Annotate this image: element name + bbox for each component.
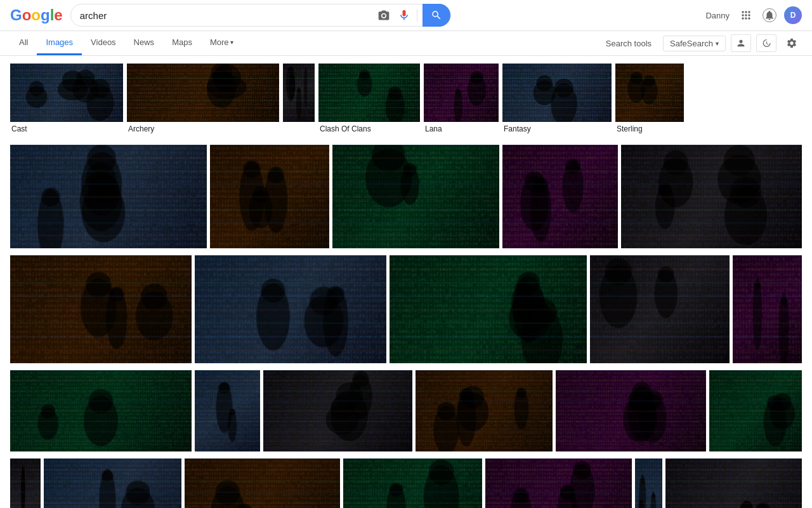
grid-item[interactable]: [485, 458, 632, 508]
archery-label: Archery: [127, 122, 279, 135]
grid-item[interactable]: [210, 145, 329, 248]
grid-item[interactable]: [10, 255, 192, 363]
search-submit-button[interactable]: [422, 4, 450, 27]
grid-item[interactable]: [635, 458, 662, 508]
logo-o2: o: [31, 6, 41, 24]
search-bar: [70, 4, 451, 27]
grid-item[interactable]: [733, 255, 802, 363]
grid-image: [332, 145, 499, 248]
grid-item[interactable]: [332, 145, 499, 248]
cast-thumb: [10, 64, 123, 122]
user-name-label: Danny: [705, 11, 730, 20]
search-input[interactable]: [80, 10, 376, 21]
grid-item[interactable]: [416, 370, 552, 451]
grid-image: [44, 458, 181, 508]
image-grid-row2: [10, 255, 802, 367]
grid-item[interactable]: [343, 458, 482, 508]
tab-images[interactable]: Images: [37, 31, 82, 55]
grid-image: [733, 255, 802, 363]
apps-grid-button[interactable]: [737, 6, 755, 24]
sterling-thumb: [615, 64, 684, 122]
grid-image: [390, 255, 586, 363]
grid-item[interactable]: [621, 145, 802, 248]
archery-thumb: [127, 64, 279, 122]
grid-image: [485, 458, 632, 508]
clash-label: Clash Of Clans: [318, 122, 420, 135]
grid-image: [621, 145, 802, 248]
tab-maps[interactable]: Maps: [163, 31, 201, 55]
grid-image: [709, 370, 802, 451]
grid-image: [10, 370, 192, 451]
labeled-item-cast[interactable]: Cast: [10, 64, 123, 135]
grid-item[interactable]: [10, 370, 192, 451]
clash-thumb: [318, 64, 420, 122]
lana-thumb: [424, 64, 499, 122]
labeled-images-row: Cast Archery Clash Of Clans: [10, 64, 802, 135]
search-icons: [376, 8, 412, 23]
grid-image: [263, 370, 412, 451]
grid-image: [343, 458, 482, 508]
logo-e: e: [54, 6, 62, 24]
logo-g2: g: [41, 6, 50, 24]
settings-button[interactable]: [782, 33, 802, 53]
navigation-tabs: All Images Videos News Maps More ▾ Searc…: [0, 31, 812, 56]
grid-item[interactable]: [10, 458, 41, 508]
search-tools-button[interactable]: Search tools: [599, 35, 658, 52]
lana-image: [424, 64, 499, 122]
grid-item[interactable]: [185, 458, 340, 508]
labeled-item-fantasy[interactable]: Fantasy: [502, 64, 612, 135]
sterling-label: Sterling: [615, 122, 684, 135]
logo-o1: o: [22, 6, 32, 24]
tab-all[interactable]: All: [10, 31, 37, 55]
logo-g: G: [10, 6, 22, 24]
person-button[interactable]: [731, 34, 751, 52]
sterling-image: [615, 64, 684, 122]
grid-item[interactable]: [502, 145, 618, 248]
grid-item[interactable]: [665, 458, 802, 508]
labeled-item-sterling[interactable]: Sterling: [615, 64, 684, 135]
grid-item[interactable]: [44, 458, 181, 508]
grid-item[interactable]: [195, 370, 260, 451]
more-caret-icon: ▾: [230, 39, 233, 46]
history-button[interactable]: [756, 34, 776, 52]
grid-image: [590, 255, 730, 363]
grid-image: [502, 145, 618, 248]
grid-image: [195, 255, 386, 363]
small-image: [283, 64, 315, 122]
grid-item[interactable]: [709, 370, 802, 451]
grid-image: [210, 145, 329, 248]
fantasy-thumb: [502, 64, 612, 122]
labeled-item-lana[interactable]: Lana: [424, 64, 499, 135]
grid-item[interactable]: [390, 255, 586, 363]
tab-videos[interactable]: Videos: [82, 31, 125, 55]
cast-image: [10, 64, 123, 122]
header: Google Danny: [0, 0, 812, 31]
safe-search-caret-icon: ▾: [716, 40, 719, 47]
grid-image: [10, 255, 192, 363]
notifications-button[interactable]: [763, 8, 776, 22]
grid-item[interactable]: [195, 255, 386, 363]
labeled-item-clash[interactable]: Clash Of Clans: [318, 64, 420, 135]
grid-image: [10, 145, 207, 248]
lana-label: Lana: [424, 122, 499, 135]
grid-image: [10, 458, 41, 508]
user-avatar[interactable]: D: [784, 6, 802, 24]
grid-image: [665, 458, 802, 508]
grid-image: [416, 370, 552, 451]
tab-news[interactable]: News: [125, 31, 164, 55]
grid-item[interactable]: [556, 370, 706, 451]
labeled-item-small[interactable]: [283, 64, 315, 135]
grid-item[interactable]: [263, 370, 412, 451]
labeled-item-archery[interactable]: Archery: [127, 64, 279, 135]
logo-l: l: [50, 6, 55, 24]
grid-item[interactable]: [10, 145, 207, 248]
grid-image: [556, 370, 706, 451]
camera-search-button[interactable]: [376, 8, 391, 23]
safe-search-button[interactable]: SafeSearch ▾: [663, 36, 726, 51]
cast-label: Cast: [10, 122, 123, 135]
grid-item[interactable]: [590, 255, 730, 363]
voice-search-button[interactable]: [396, 8, 412, 23]
archery-image: [127, 64, 279, 122]
clash-image: [318, 64, 420, 122]
tab-more[interactable]: More ▾: [201, 31, 242, 55]
